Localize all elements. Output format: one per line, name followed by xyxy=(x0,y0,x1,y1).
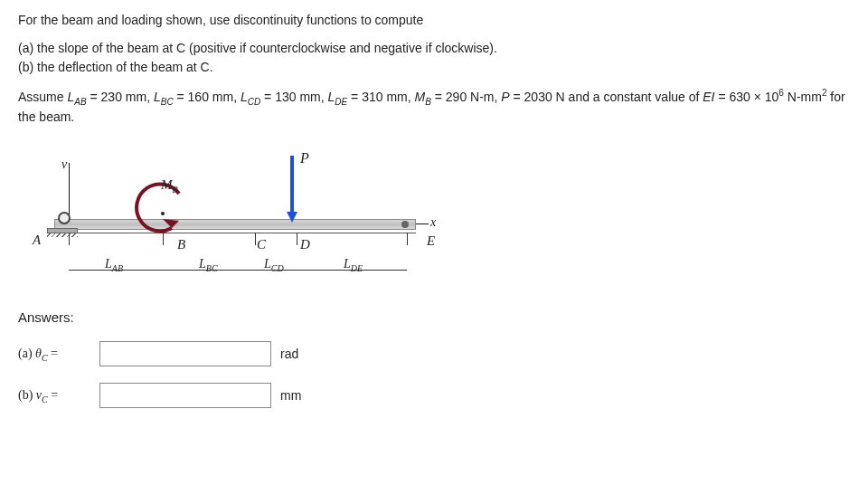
part-b-text: (b) the deflection of the beam at C. xyxy=(18,60,213,74)
point-d-label: D xyxy=(300,237,310,252)
answers-section: Answers: (a) θC = rad (b) vC = mm xyxy=(18,309,850,408)
intro-text: For the beam and loading shown, use disc… xyxy=(18,11,850,30)
theta-c-input[interactable] xyxy=(99,341,271,366)
lbc-sub: BC xyxy=(206,263,218,273)
lcd-sub: CD xyxy=(271,263,284,273)
b-sub: C xyxy=(42,394,48,404)
svg-marker-0 xyxy=(163,219,179,228)
answer-a-unit: rad xyxy=(280,347,298,361)
beam-body xyxy=(54,219,416,230)
force-p-label: P xyxy=(300,150,309,166)
mb-sub: B xyxy=(173,185,178,195)
tick-e xyxy=(407,233,408,245)
pin-support-a xyxy=(56,210,72,226)
answer-row-a: (a) θC = rad xyxy=(18,341,850,366)
answer-b-label: (b) vC = xyxy=(18,388,90,404)
assume-prefix: Assume xyxy=(18,90,67,104)
lde-sub: DE xyxy=(351,263,363,273)
lab-sub: AB xyxy=(112,263,123,273)
part-a-text: (a) the slope of the beam at C (positive… xyxy=(18,41,497,55)
a-sub: C xyxy=(42,352,48,362)
answer-row-b: (b) vC = mm xyxy=(18,383,850,408)
beam-centerline xyxy=(54,233,416,233)
point-e-label: E xyxy=(427,233,435,249)
dim-lbc: LBC xyxy=(199,257,218,273)
b-prefix: (b) xyxy=(18,388,36,402)
a-eq: = xyxy=(48,347,58,360)
tick-b xyxy=(163,233,164,245)
point-b-label: B xyxy=(177,237,185,252)
point-c-label: C xyxy=(257,237,266,252)
a-prefix: (a) xyxy=(18,347,35,360)
svg-point-1 xyxy=(161,212,165,215)
dim-lcd: LCD xyxy=(264,257,284,273)
force-p-arrow xyxy=(287,156,297,223)
tick-a xyxy=(69,233,70,245)
answer-a-label: (a) θC = xyxy=(18,347,90,363)
dim-lde: LDE xyxy=(344,257,363,273)
pin-base-a xyxy=(47,228,78,237)
v-axis-label: v xyxy=(61,157,67,172)
lcd-sym: L xyxy=(264,257,271,271)
x-axis xyxy=(416,223,429,224)
tick-d xyxy=(297,233,297,245)
x-axis-label: x xyxy=(430,215,436,230)
v-c-input[interactable] xyxy=(99,383,271,408)
b-eq: = xyxy=(48,388,58,402)
assumptions: Assume LAB = 230 mm, LBC = 160 mm, LCD =… xyxy=(18,86,850,127)
beam-diagram: v x P MB A B C D E LAB LBC LCD LDE xyxy=(18,139,443,293)
tick-c xyxy=(255,233,256,245)
dim-lab: LAB xyxy=(105,257,123,273)
answers-heading: Answers: xyxy=(18,309,850,325)
lab-sym: L xyxy=(105,257,112,271)
moment-mb-label: MB xyxy=(161,177,178,195)
mb-sym: M xyxy=(161,177,173,192)
lbc-sym: L xyxy=(199,257,206,271)
a-symbol: θ xyxy=(35,347,42,360)
point-a-label: A xyxy=(33,233,41,248)
answer-b-unit: mm xyxy=(280,388,301,403)
lde-sym: L xyxy=(344,257,351,271)
problem-statement: For the beam and loading shown, use disc… xyxy=(18,11,850,127)
